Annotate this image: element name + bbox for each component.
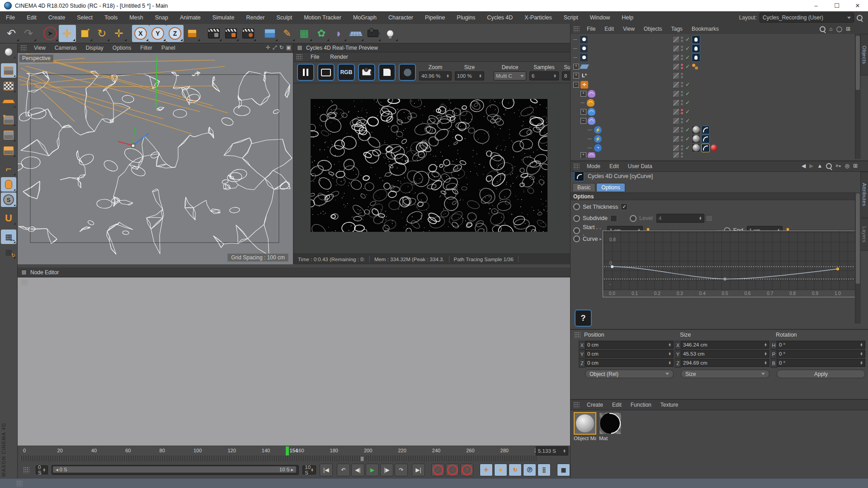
preview-range-handle[interactable] <box>360 456 364 461</box>
visibility-toggle[interactable] <box>673 117 679 124</box>
attributes-scrollbar[interactable] <box>855 192 861 324</box>
visibility-toggle[interactable] <box>673 90 679 97</box>
add-panel-icon[interactable]: ⊞ <box>853 163 858 169</box>
editor-render-dots[interactable] <box>681 136 683 141</box>
undo-button[interactable]: ↶ <box>3 25 20 42</box>
visibility-toggle[interactable] <box>673 99 679 106</box>
autokeying-button[interactable]: ◦ <box>446 464 459 476</box>
menu-cycles-4d[interactable]: Cycles 4D <box>481 14 519 21</box>
timeline-range-scrollbar[interactable]: ◂ 0 S 10 S ▸ <box>52 465 299 475</box>
expand-toggle[interactable]: + <box>580 109 586 115</box>
expand-toggle[interactable]: + <box>573 73 579 79</box>
timeline-start-field[interactable]: 0 S▲▼ <box>36 465 48 474</box>
menu-cameras[interactable]: Cameras <box>50 45 81 51</box>
menu-sculpt[interactable]: Sculpt <box>270 14 298 21</box>
object-row-xpsystem[interactable]: −✛✓ <box>571 80 855 89</box>
maximize-view-icon[interactable]: ▣ <box>286 44 291 51</box>
keyframe-dot-icon[interactable] <box>573 227 580 234</box>
size-field[interactable]: Size100 %▲▼ <box>455 64 484 80</box>
menu-function[interactable]: Function <box>626 402 656 408</box>
visibility-toggle[interactable] <box>673 45 679 52</box>
timeline-ruler[interactable]: 0204060801001201401601802002202402602803… <box>20 446 538 455</box>
tab-options[interactable]: Options <box>596 183 625 192</box>
cycles-curve-tag-icon-selected[interactable] <box>701 144 710 152</box>
menu-create[interactable]: Create <box>42 14 71 21</box>
lock-workplane-button[interactable]: ▦🗝 <box>1 230 16 244</box>
menu-motion-tracker[interactable]: Motion Tracker <box>298 14 347 21</box>
region-button[interactable] <box>399 64 416 81</box>
previous-frame-button[interactable]: ◀| <box>351 464 364 476</box>
forward-icon[interactable]: ▶ <box>809 163 813 169</box>
menu-bookmarks[interactable]: Bookmarks <box>687 26 723 32</box>
layout-select[interactable]: Cycles_Recording (User) <box>760 13 854 23</box>
menu-help[interactable]: Help <box>616 14 639 21</box>
object-row-xpelektrixb[interactable]: ─⚡✓ <box>571 125 855 134</box>
visibility-toggle[interactable] <box>673 36 679 43</box>
lock-z-button[interactable]: Z <box>166 25 184 42</box>
grip-icon[interactable] <box>21 279 28 286</box>
size-y-field[interactable]: 45.53 cm▲▼ <box>681 350 769 358</box>
rotation-p-field[interactable]: 0 °▲▼ <box>777 350 865 358</box>
polygons-mode-button[interactable] <box>1 143 16 158</box>
editor-render-dots[interactable] <box>681 55 683 60</box>
add-cube-button[interactable] <box>261 25 278 42</box>
object-row-clipped[interactable]: +◠ <box>571 152 855 158</box>
enabled-check-icon[interactable]: ✓ <box>685 108 690 115</box>
size-x-field[interactable]: 346.24 cm▲▼ <box>681 341 769 349</box>
enabled-check-icon[interactable]: ✓ <box>685 136 690 142</box>
minimize-button[interactable]: – <box>806 0 826 11</box>
spline-pen-button[interactable]: ✎ <box>278 25 296 42</box>
object-axis-mode-button[interactable]: ⌐ <box>1 162 16 176</box>
target-icon[interactable]: ◎ <box>844 163 849 169</box>
object-row-connectora[interactable]: +L° <box>571 71 855 80</box>
visibility-toggle[interactable] <box>673 81 679 88</box>
enabled-check-icon[interactable]: ✓ <box>685 36 690 42</box>
menu-edit[interactable]: Edit <box>608 402 626 408</box>
dynamics-tag-icon[interactable] <box>692 63 699 70</box>
snap-button[interactable]: U <box>1 211 16 225</box>
material-tag-icon[interactable] <box>692 144 700 152</box>
object-row-xpelektrixa[interactable]: ─⚡✓ <box>571 134 855 143</box>
enabled-check-icon[interactable]: ✓ <box>685 90 690 97</box>
object-row-light[interactable]: ─✓ <box>571 35 855 44</box>
menu-snap[interactable]: Snap <box>149 14 174 21</box>
redo-button[interactable]: ↷ <box>20 25 37 42</box>
material-mat[interactable]: Mat <box>599 412 622 443</box>
maximize-button[interactable]: ☐ <box>826 0 847 11</box>
cycles-help-button[interactable]: ? <box>575 310 592 327</box>
grip-icon[interactable] <box>574 332 580 338</box>
menu-options[interactable]: Options <box>108 45 136 51</box>
model-mode-button[interactable] <box>1 63 16 78</box>
play-loop-button[interactable]: ↷ <box>395 464 408 476</box>
play-forwards-button[interactable]: ▶ <box>366 464 379 476</box>
render-picture-viewer-button[interactable] <box>222 25 240 42</box>
material-tag-icon[interactable] <box>692 135 700 143</box>
goto-start-button[interactable]: |◀ <box>320 464 333 476</box>
rotation-h-field[interactable]: 0 °▲▼ <box>777 341 865 349</box>
menu-simulate[interactable]: Simulate <box>207 14 241 21</box>
rotate-button[interactable]: ↻ <box>93 25 110 42</box>
live-selection-button[interactable]: ➤ <box>42 25 59 42</box>
object-row-light-1[interactable]: ─✓ <box>571 44 855 53</box>
grip-icon[interactable] <box>573 26 580 32</box>
object-row-xptrail-mesh[interactable]: ─◔✓ <box>571 143 855 152</box>
panel-icon[interactable] <box>297 45 302 51</box>
menu-pipeline[interactable]: Pipeline <box>419 14 451 21</box>
position-x-field[interactable]: 0 cm▲▼ <box>585 341 674 349</box>
render-view-button[interactable] <box>205 25 222 42</box>
menu-view[interactable]: View <box>618 26 639 32</box>
menu-file[interactable]: File <box>0 14 21 21</box>
expand-toggle[interactable]: − <box>573 82 579 88</box>
snapshot-button[interactable] <box>358 64 375 81</box>
menu-texture[interactable]: Texture <box>656 402 683 408</box>
menu-objects[interactable]: Objects <box>639 26 667 32</box>
visibility-toggle[interactable] <box>673 145 679 151</box>
position-mode-dropdown[interactable]: Object (Rel) <box>585 370 674 378</box>
enabled-check-icon[interactable]: ✓ <box>685 81 690 88</box>
home-icon[interactable]: ⌂ <box>829 26 832 32</box>
coordinate-system-button[interactable] <box>184 25 201 42</box>
menu-plugins[interactable]: Plugins <box>451 14 481 21</box>
menu-mograph[interactable]: MoGraph <box>347 14 382 21</box>
grip-icon[interactable] <box>573 402 580 408</box>
editor-render-dots[interactable] <box>681 152 683 158</box>
